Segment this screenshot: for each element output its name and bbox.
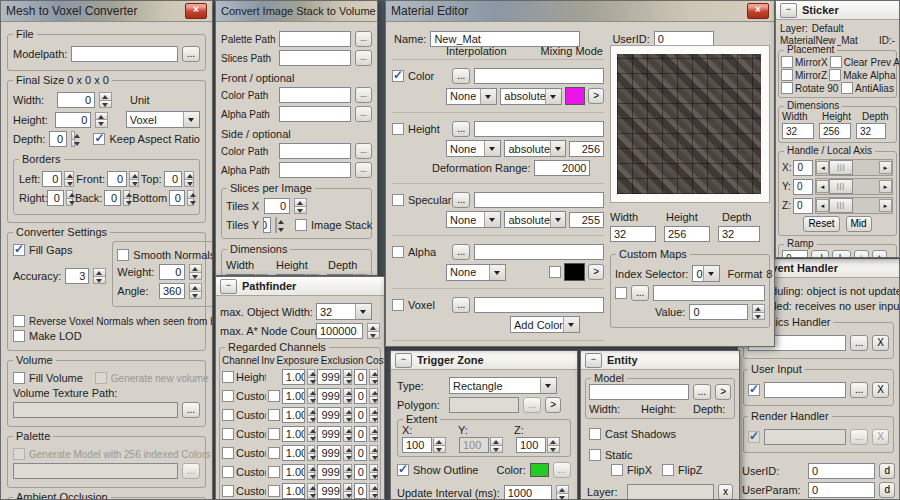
spinner[interactable] xyxy=(307,445,316,461)
spinner[interactable] xyxy=(343,426,352,442)
exposure-field[interactable]: 1.00 xyxy=(282,407,305,423)
entity-titlebar[interactable]: − Entity xyxy=(581,351,739,370)
voxel-map-field[interactable] xyxy=(474,297,604,313)
back-field[interactable]: 0 xyxy=(104,190,121,206)
collapse-icon[interactable]: − xyxy=(780,3,797,18)
userparam-field[interactable]: 0 xyxy=(808,482,875,498)
spinner[interactable] xyxy=(307,464,316,480)
alpha-color-checkbox[interactable] xyxy=(549,266,561,278)
invert-checkbox[interactable] xyxy=(268,466,280,478)
y-slider[interactable]: ◄|||► xyxy=(815,178,893,195)
mesh-converter-titlebar[interactable]: Mesh to Voxel Converter × xyxy=(1,1,212,22)
costs-field[interactable]: 0 xyxy=(354,483,367,499)
spinner[interactable] xyxy=(307,388,316,404)
spinner[interactable] xyxy=(752,304,765,320)
exclusion-field[interactable]: 9999 xyxy=(317,426,341,442)
layer-field[interactable] xyxy=(627,484,714,500)
z-slider[interactable]: ◄|||► xyxy=(815,197,893,214)
channel-checkbox[interactable] xyxy=(222,428,234,440)
browse-button[interactable]: ... xyxy=(452,297,470,313)
width-field[interactable]: 32 xyxy=(610,226,656,242)
spinner[interactable] xyxy=(64,171,74,187)
spinner[interactable] xyxy=(343,369,352,385)
tiles-y-field[interactable]: 0 xyxy=(263,217,271,233)
unit-dropdown[interactable]: Voxel xyxy=(126,111,200,128)
browse-button[interactable]: ... xyxy=(452,121,470,137)
depth-field[interactable]: 32 xyxy=(718,226,760,242)
spinner[interactable] xyxy=(189,264,202,280)
browse-button[interactable]: ... xyxy=(631,285,649,301)
height-mixing-dropdown[interactable]: absolute xyxy=(504,140,566,157)
costs-field[interactable]: 0 xyxy=(354,464,367,480)
front-alpha-path-field[interactable] xyxy=(279,106,351,122)
spinner[interactable] xyxy=(66,190,73,206)
spinner[interactable] xyxy=(433,437,446,453)
height-map-field[interactable] xyxy=(474,121,604,137)
browse-button[interactable]: ... xyxy=(850,335,868,351)
y-field[interactable]: 0 xyxy=(793,179,813,195)
specular-interpolation-dropdown[interactable]: None xyxy=(446,211,501,228)
costs-field[interactable]: 0 xyxy=(354,369,367,385)
make-alpha-checkbox[interactable] xyxy=(829,69,841,81)
make-lod-checkbox[interactable] xyxy=(13,330,25,342)
flipz-checkbox[interactable] xyxy=(662,464,674,476)
browse-button[interactable]: ... xyxy=(452,192,470,208)
index-selector-dropdown[interactable]: 0 xyxy=(692,265,719,282)
browse-button[interactable]: ... xyxy=(452,244,470,260)
user-input-field[interactable] xyxy=(764,382,846,398)
clear-button[interactable]: X xyxy=(872,382,889,398)
slices-path-field[interactable] xyxy=(279,50,351,66)
smooth-normals-checkbox[interactable] xyxy=(117,249,129,261)
spinner[interactable] xyxy=(189,283,202,299)
browse-button[interactable]: ... xyxy=(355,162,372,178)
max-object-width-dropdown[interactable]: 32 xyxy=(316,303,372,320)
slider-left-icon[interactable]: ◄ xyxy=(816,199,829,212)
color-mixing-dropdown[interactable]: absolute xyxy=(500,88,562,105)
pick-button[interactable]: > xyxy=(715,384,731,400)
fill-volume-checkbox[interactable] xyxy=(13,372,25,384)
exposure-field[interactable]: 1.00 xyxy=(282,426,305,442)
flipx-checkbox[interactable] xyxy=(611,464,623,476)
spinner[interactable] xyxy=(343,407,352,423)
spinner[interactable] xyxy=(275,217,277,233)
palette-path-field[interactable] xyxy=(279,31,351,47)
browse-button[interactable]: ... xyxy=(693,384,711,400)
mid-button[interactable]: Mid xyxy=(846,216,872,232)
exposure-field[interactable]: 1.00 xyxy=(282,464,305,480)
exposure-field[interactable]: 1.00 xyxy=(282,483,305,499)
update-interval-field[interactable]: 1000 xyxy=(504,485,552,500)
channel-checkbox[interactable] xyxy=(222,371,234,383)
spinner[interactable] xyxy=(367,323,380,339)
slider-right-icon[interactable]: ► xyxy=(879,199,892,212)
weight-field[interactable]: 0 xyxy=(159,264,185,280)
color-checkbox[interactable] xyxy=(392,70,404,82)
voxel-mode-dropdown[interactable]: Add Color xyxy=(510,316,580,333)
collapse-icon[interactable]: − xyxy=(220,279,237,294)
reverse-normals-checkbox[interactable] xyxy=(13,315,25,327)
spinner[interactable] xyxy=(307,369,316,385)
slider-left-icon[interactable]: ◄ xyxy=(816,161,829,174)
bottom-field[interactable]: 0 xyxy=(169,190,185,206)
exclusion-field[interactable]: 9999 xyxy=(317,445,341,461)
channel-checkbox[interactable] xyxy=(222,447,234,459)
model-field[interactable] xyxy=(589,384,689,400)
color-swatch[interactable] xyxy=(565,87,585,105)
spinner[interactable] xyxy=(343,464,352,480)
x-field[interactable]: 0 xyxy=(793,160,813,176)
ramp-down-right-icon[interactable]: ↳ xyxy=(832,250,850,258)
clear-button[interactable]: X xyxy=(872,335,889,351)
rotate-checkbox[interactable] xyxy=(781,82,793,94)
invert-checkbox[interactable] xyxy=(268,390,280,402)
clear-button[interactable]: x xyxy=(718,484,733,500)
modelpath-field[interactable] xyxy=(71,46,177,62)
clear-prev-alpha-checkbox[interactable] xyxy=(830,56,842,68)
specular-checkbox[interactable] xyxy=(392,194,404,206)
height-interpolation-dropdown[interactable]: None xyxy=(446,140,501,157)
spinner[interactable] xyxy=(369,483,378,499)
alpha-map-field[interactable] xyxy=(474,244,604,260)
top-field[interactable]: 0 xyxy=(164,171,183,187)
custom-map-field[interactable] xyxy=(653,285,765,301)
channel-checkbox[interactable] xyxy=(222,466,234,478)
sticker-titlebar[interactable]: − Sticker xyxy=(776,1,899,20)
mirrorx-checkbox[interactable] xyxy=(781,56,793,68)
